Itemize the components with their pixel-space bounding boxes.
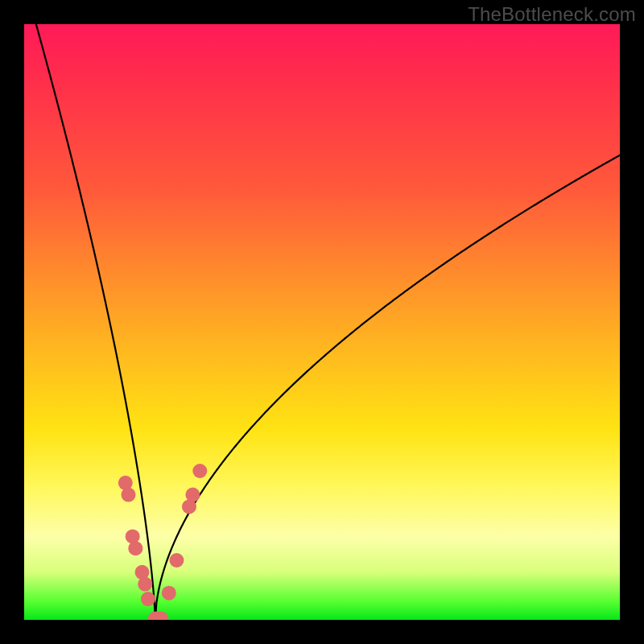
curve-svg: [24, 24, 620, 620]
curve-left: [36, 24, 155, 620]
curve-right: [155, 155, 620, 620]
watermark-label: TheBottleneck.com: [468, 3, 636, 26]
data-point: [185, 488, 200, 502]
chart-frame: TheBottleneck.com: [0, 0, 644, 644]
data-point: [169, 553, 184, 568]
data-point: [122, 488, 136, 502]
data-point: [162, 586, 176, 601]
data-point: [141, 592, 155, 606]
data-points-group: [118, 464, 207, 620]
data-point: [128, 541, 142, 555]
data-point: [192, 464, 207, 478]
plot-area: [24, 24, 620, 620]
data-point: [138, 577, 152, 592]
